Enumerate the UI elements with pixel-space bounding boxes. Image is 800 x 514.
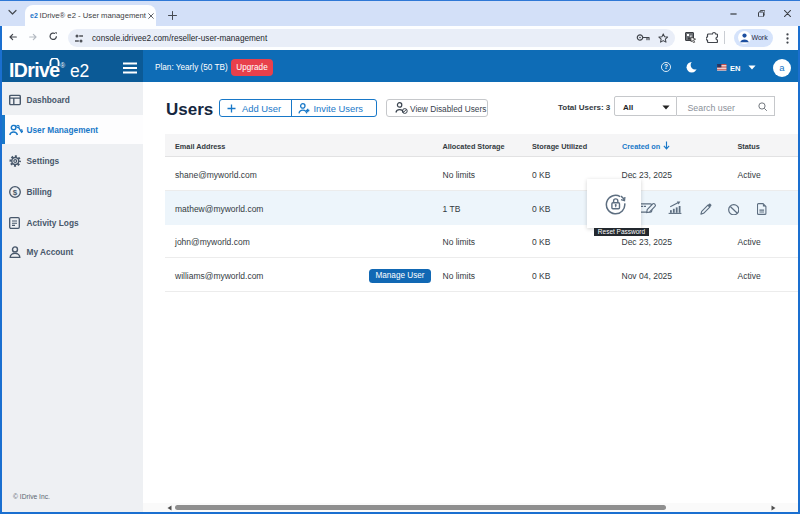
svg-text:$: $: [13, 188, 18, 197]
svg-text:?: ?: [664, 63, 668, 70]
